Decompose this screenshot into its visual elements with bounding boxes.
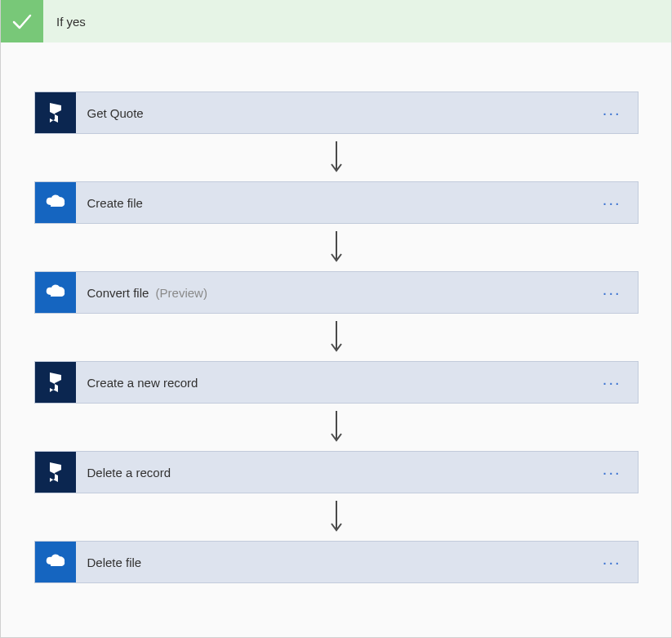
more-menu-icon[interactable]: ···	[603, 463, 638, 482]
condition-branch-panel: If yes Get Quote ··· Create file	[0, 0, 672, 638]
arrow-icon	[330, 134, 343, 181]
more-menu-icon[interactable]: ···	[603, 373, 638, 392]
step-label: Convert file (Preview)	[76, 286, 603, 300]
more-menu-icon[interactable]: ···	[603, 283, 638, 302]
dynamics-icon	[35, 362, 76, 403]
step-convert-file[interactable]: Convert file (Preview) ···	[34, 271, 639, 314]
dynamics-icon	[35, 452, 76, 493]
arrow-icon	[330, 314, 343, 361]
step-label: Get Quote	[76, 106, 603, 120]
step-label: Delete a record	[76, 466, 603, 480]
onedrive-icon	[35, 542, 76, 582]
step-create-new-record[interactable]: Create a new record ···	[34, 361, 639, 404]
step-label: Create file	[76, 196, 603, 210]
arrow-icon	[330, 493, 343, 541]
step-get-quote[interactable]: Get Quote ···	[34, 91, 639, 134]
step-label: Delete file	[76, 555, 603, 569]
step-label: Create a new record	[76, 376, 603, 390]
step-delete-file[interactable]: Delete file ···	[34, 541, 639, 583]
flow-steps: Get Quote ··· Create file ···	[17, 91, 655, 583]
onedrive-icon	[35, 182, 76, 223]
checkmark-icon	[1, 0, 43, 42]
dynamics-icon	[35, 92, 76, 133]
more-menu-icon[interactable]: ···	[603, 194, 638, 212]
onedrive-icon	[35, 272, 76, 313]
branch-title: If yes	[43, 15, 86, 29]
step-create-file[interactable]: Create file ···	[34, 181, 639, 224]
more-menu-icon[interactable]: ···	[603, 104, 638, 123]
branch-header[interactable]: If yes	[1, 0, 671, 42]
arrow-icon	[330, 404, 343, 451]
arrow-icon	[330, 224, 343, 271]
step-delete-record[interactable]: Delete a record ···	[34, 451, 639, 493]
more-menu-icon[interactable]: ···	[603, 553, 638, 572]
